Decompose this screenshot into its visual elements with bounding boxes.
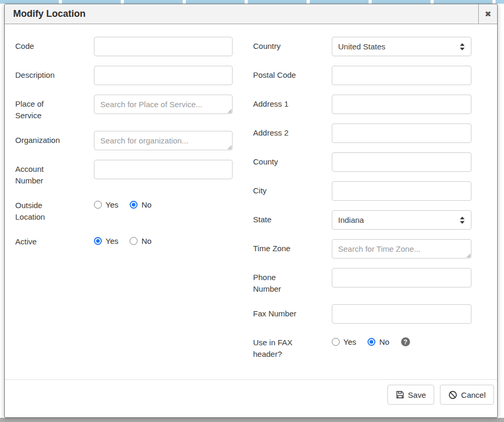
save-button-label: Save	[408, 390, 426, 399]
field-row-county: County	[253, 152, 471, 172]
radio-label-yes: Yes	[106, 200, 118, 209]
use-in-fax-header-no-radio[interactable]: No	[368, 337, 389, 346]
address1-label: Address 1	[253, 95, 332, 110]
fax-number-input[interactable]	[332, 304, 471, 324]
field-row-address2: Address 2	[253, 123, 471, 143]
modal-footer: Save Cancel	[5, 379, 497, 417]
field-row-state: State Indiana	[253, 210, 471, 230]
field-row-phone-number: Phone Number	[253, 268, 471, 295]
radio-label-no: No	[141, 236, 151, 245]
radio-label-yes: Yes	[106, 236, 118, 245]
field-row-time-zone: Time Zone	[253, 239, 471, 259]
field-row-address1: Address 1	[253, 95, 471, 114]
field-row-organization: Organization	[15, 131, 233, 150]
save-floppy-icon	[396, 390, 404, 399]
place-of-service-label: Place of Service	[15, 95, 94, 121]
field-row-active: Active Yes No	[15, 232, 233, 248]
cancel-button[interactable]: Cancel	[440, 385, 494, 405]
time-zone-label: Time Zone	[253, 239, 332, 254]
state-label: State	[253, 210, 332, 225]
radio-button-icon[interactable]	[94, 237, 102, 245]
account-number-input[interactable]	[94, 160, 233, 179]
city-label: City	[253, 181, 332, 197]
postal-code-label: Postal Code	[253, 66, 332, 81]
radio-button-icon[interactable]	[368, 338, 375, 346]
modify-location-modal: Modify Location ✖ Code Description Place…	[4, 4, 498, 418]
field-row-use-in-fax-header: Use in FAX header? Yes No ?	[253, 333, 471, 360]
country-select[interactable]: United States	[332, 37, 471, 56]
state-select[interactable]: Indiana	[332, 210, 471, 230]
field-row-postal-code: Postal Code	[253, 66, 471, 85]
state-select-value: Indiana	[338, 215, 364, 224]
modal-title: Modify Location	[5, 8, 86, 19]
field-row-fax-number: Fax Number	[253, 304, 471, 324]
select-caret-icon	[459, 216, 465, 224]
radio-button-icon[interactable]	[94, 201, 102, 209]
code-input[interactable]	[94, 37, 233, 56]
fax-number-label: Fax Number	[253, 304, 332, 320]
description-label: Description	[15, 66, 94, 81]
country-select-value: United States	[338, 42, 385, 51]
radio-button-icon[interactable]	[332, 338, 340, 346]
cancel-button-label: Cancel	[461, 390, 486, 399]
address1-input[interactable]	[332, 95, 471, 114]
country-label: Country	[253, 37, 332, 52]
modal-header: Modify Location ✖	[5, 4, 497, 24]
resize-grip-icon[interactable]	[227, 145, 232, 149]
outside-location-no-radio[interactable]: No	[130, 200, 151, 209]
account-number-label: Account Number	[15, 160, 94, 187]
select-caret-icon	[459, 43, 465, 51]
help-icon[interactable]: ?	[401, 337, 410, 346]
description-input[interactable]	[94, 66, 233, 85]
field-row-code: Code	[15, 37, 233, 56]
organization-search-input[interactable]	[94, 131, 233, 150]
use-in-fax-header-label: Use in FAX header?	[253, 333, 332, 360]
modal-body: Code Description Place of Service Organi…	[5, 24, 497, 379]
radio-label-yes: Yes	[343, 337, 356, 346]
background-tab-strip	[0, 0, 504, 4]
county-input[interactable]	[332, 152, 471, 172]
right-column: Country United States Postal Code Addres…	[253, 37, 471, 379]
radio-button-icon[interactable]	[130, 237, 138, 245]
county-label: County	[253, 152, 332, 168]
postal-code-input[interactable]	[332, 66, 471, 85]
organization-label: Organization	[15, 131, 94, 146]
resize-grip-icon[interactable]	[227, 109, 232, 113]
active-label: Active	[15, 232, 94, 248]
left-column: Code Description Place of Service Organi…	[15, 37, 233, 379]
time-zone-search-input[interactable]	[332, 239, 471, 259]
close-button[interactable]: ✖	[478, 4, 497, 24]
active-no-radio[interactable]: No	[130, 236, 151, 245]
radio-button-icon[interactable]	[130, 201, 138, 209]
outside-location-label: Outside Location	[15, 196, 94, 223]
place-of-service-search-input[interactable]	[94, 95, 233, 114]
field-row-outside-location: Outside Location Yes No	[15, 196, 233, 223]
code-label: Code	[15, 37, 94, 52]
field-row-account-number: Account Number	[15, 160, 233, 187]
address2-label: Address 2	[253, 123, 332, 139]
phone-number-label: Phone Number	[253, 268, 332, 295]
background-bottom-strip	[0, 418, 504, 422]
resize-grip-icon[interactable]	[466, 253, 470, 258]
radio-label-no: No	[379, 337, 389, 346]
outside-location-yes-radio[interactable]: Yes	[94, 200, 118, 209]
phone-number-input[interactable]	[332, 268, 471, 287]
field-row-country: Country United States	[253, 37, 471, 56]
close-icon[interactable]: ✖	[485, 9, 491, 19]
radio-label-no: No	[141, 200, 151, 209]
save-button[interactable]: Save	[387, 385, 434, 405]
cancel-ban-icon	[448, 390, 457, 399]
field-row-description: Description	[15, 66, 233, 85]
city-input[interactable]	[332, 181, 471, 201]
field-row-city: City	[253, 181, 471, 201]
field-row-place-of-service: Place of Service	[15, 95, 233, 121]
address2-input[interactable]	[332, 123, 471, 143]
active-yes-radio[interactable]: Yes	[94, 236, 118, 245]
use-in-fax-header-yes-radio[interactable]: Yes	[332, 337, 356, 346]
